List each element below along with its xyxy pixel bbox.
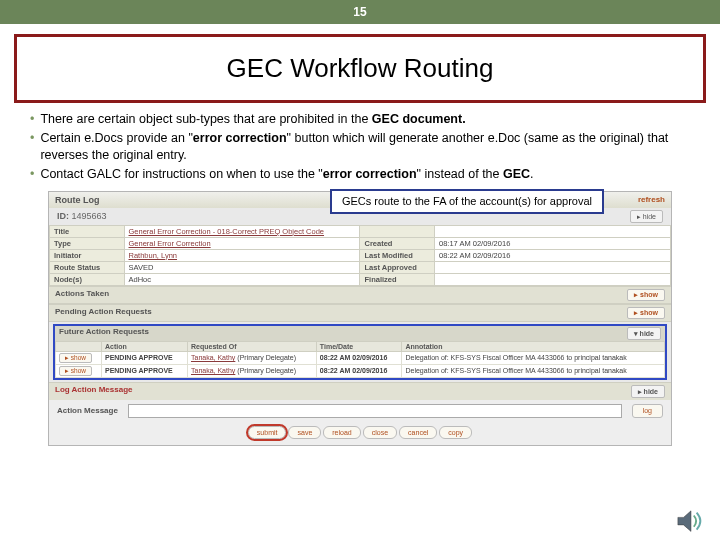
- reload-button[interactable]: reload: [323, 426, 360, 439]
- actions-taken-show[interactable]: ▸ show: [627, 289, 665, 301]
- future-hide[interactable]: ▾ hide: [627, 327, 661, 340]
- log-action-label: Log Action Message: [55, 385, 133, 398]
- bullet-list: •There are certain object sub-types that…: [30, 111, 696, 183]
- action-message-row: Action Message log: [49, 400, 671, 422]
- cancel-button[interactable]: cancel: [399, 426, 437, 439]
- routelog-panel: Route Log refresh ID: 1495663 ▸ hide Tit…: [48, 191, 672, 446]
- id-value: 1495663: [72, 211, 107, 221]
- hide-button[interactable]: ▸ hide: [630, 210, 663, 223]
- callout-box: GECs route to the FA of the account(s) f…: [330, 189, 604, 214]
- bottom-buttons: submitsavereloadclosecancelcopy: [49, 422, 671, 445]
- pending-bar: Pending Action Requests ▸ show: [49, 304, 671, 322]
- id-label: ID:: [57, 211, 69, 221]
- routelog-title: Route Log: [55, 195, 100, 205]
- action-message-input[interactable]: [128, 404, 622, 418]
- title-box: GEC Workflow Routing: [14, 34, 706, 103]
- slide-title: GEC Workflow Routing: [17, 53, 703, 84]
- submit-button[interactable]: submit: [248, 426, 287, 439]
- copy-button[interactable]: copy: [439, 426, 472, 439]
- future-header: Future Action Requests ▾ hide: [55, 326, 665, 341]
- log-action-bar: Log Action Message ▸ hide: [49, 382, 671, 400]
- future-table: ActionRequested OfTime/DateAnnotation▸ s…: [55, 341, 665, 378]
- log-button[interactable]: log: [632, 404, 663, 418]
- slide-number: 15: [353, 5, 366, 19]
- pending-label: Pending Action Requests: [55, 307, 152, 319]
- close-button[interactable]: close: [363, 426, 397, 439]
- slide-number-bar: 15: [0, 0, 720, 24]
- save-button[interactable]: save: [288, 426, 321, 439]
- routelog-screenshot: GECs route to the FA of the account(s) f…: [48, 191, 672, 446]
- future-action-box: Future Action Requests ▾ hide ActionRequ…: [53, 324, 667, 380]
- detail-table: TitleGeneral Error Correction - 018-Corr…: [49, 225, 671, 286]
- speaker-icon: [676, 508, 706, 534]
- svg-marker-0: [678, 511, 691, 532]
- action-message-label: Action Message: [57, 406, 118, 415]
- actions-taken-label: Actions Taken: [55, 289, 109, 301]
- log-action-hide[interactable]: ▸ hide: [631, 385, 665, 398]
- refresh-link[interactable]: refresh: [638, 195, 665, 205]
- pending-show[interactable]: ▸ show: [627, 307, 665, 319]
- actions-taken-bar: Actions Taken ▸ show: [49, 286, 671, 304]
- future-title: Future Action Requests: [59, 327, 149, 340]
